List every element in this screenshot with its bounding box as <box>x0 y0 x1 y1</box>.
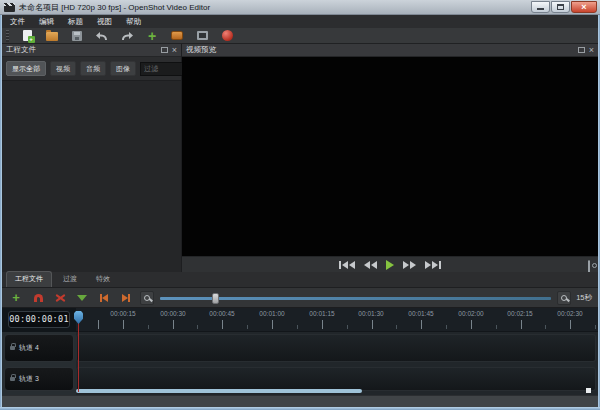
filter-video-button[interactable]: 视频 <box>50 61 76 76</box>
choose-profile-button[interactable] <box>169 29 185 43</box>
transport-controls <box>182 256 598 272</box>
openshot-window: 未命名项目 [HD 720p 30 fps] - OpenShot Video … <box>0 0 600 410</box>
play-button[interactable] <box>386 259 394 271</box>
tab-project-files[interactable]: 工程文件 <box>6 271 52 287</box>
timeline-ruler[interactable]: 00:00:00:01 00:00:15 00:00:30 00:00:45 0… <box>2 308 598 332</box>
zoom-in-button[interactable] <box>557 291 571 305</box>
menu-edit[interactable]: 编辑 <box>33 16 60 28</box>
undo-button[interactable] <box>94 29 110 43</box>
triangle-left-icon <box>342 261 348 269</box>
triangle-right-icon <box>425 261 431 269</box>
resize-grip[interactable] <box>586 388 591 393</box>
close-button[interactable]: × <box>571 1 597 13</box>
snapping-toggle-button[interactable] <box>30 290 46 306</box>
app-logo-icon <box>4 3 15 12</box>
track-4-lane[interactable] <box>76 334 596 362</box>
triangle-right-icon <box>403 261 409 269</box>
timeline-zoom-slider[interactable] <box>160 291 551 305</box>
add-track-button[interactable]: + <box>8 290 24 306</box>
jump-to-start-button[interactable] <box>339 259 355 271</box>
track-lock-icon <box>10 377 15 381</box>
ruler-label: 00:02:15 <box>507 310 532 317</box>
redo-icon <box>121 31 133 41</box>
video-preview-screen[interactable] <box>182 57 598 256</box>
rewind-button[interactable] <box>364 259 377 271</box>
playhead-timecode: 00:00:00:01 <box>8 311 70 328</box>
track-4-header[interactable]: 轨道 4 <box>4 334 74 362</box>
maximize-button[interactable] <box>551 1 570 13</box>
magnifier-plus-icon <box>561 295 567 301</box>
profile-icon <box>171 31 183 40</box>
triangle-left-icon <box>364 261 370 269</box>
window-border-left <box>0 15 2 410</box>
scissors-icon <box>55 293 66 303</box>
zoom-scale-label: 15秒 <box>576 293 592 303</box>
video-preview-title: 视频预览 <box>186 45 578 55</box>
panel-close-icon[interactable]: × <box>589 47 594 54</box>
filter-show-all-button[interactable]: 显示全部 <box>6 61 46 76</box>
new-project-icon <box>23 30 32 41</box>
add-track-plus-icon: + <box>12 292 20 304</box>
undock-icon[interactable] <box>578 47 585 53</box>
panel-close-icon[interactable]: × <box>172 47 177 54</box>
menu-help[interactable]: 帮助 <box>120 16 147 28</box>
timeline-toolbar: + 15秒 <box>2 288 598 308</box>
triangle-right-icon <box>432 261 438 269</box>
zoom-slider-handle[interactable] <box>212 293 219 304</box>
menubar: 文件 编辑 标题 视图 帮助 <box>0 15 600 28</box>
timestamp-zone: 00:00:00:01 <box>2 308 76 332</box>
project-files-title: 工程文件 <box>6 45 161 55</box>
track-3-header[interactable]: 轨道 3 <box>4 367 74 391</box>
tab-effects[interactable]: 特效 <box>88 272 118 287</box>
filter-image-button[interactable]: 图像 <box>110 61 136 76</box>
ruler-label: 00:00:30 <box>160 310 185 317</box>
timeline-horizontal-scrollbar[interactable] <box>76 389 362 393</box>
add-marker-button[interactable] <box>74 290 90 306</box>
tab-transitions[interactable]: 过渡 <box>55 272 85 287</box>
toolbar-grip[interactable] <box>6 30 9 42</box>
ruler-scale[interactable]: 00:00:15 00:00:30 00:00:45 00:01:00 00:0… <box>76 308 598 331</box>
triangle-left-icon <box>371 261 377 269</box>
ruler-label: 00:02:30 <box>557 310 582 317</box>
marker-down-arrow-icon <box>77 295 87 306</box>
ruler-label: 00:01:00 <box>259 310 284 317</box>
magnet-icon <box>34 294 43 302</box>
main-area: 工程文件 × 显示全部 视频 音频 图像 视频预览 × <box>2 44 598 272</box>
menu-view[interactable]: 视图 <box>91 16 118 28</box>
filter-audio-button[interactable]: 音频 <box>80 61 106 76</box>
previous-marker-button[interactable] <box>96 290 112 306</box>
track-3-lane[interactable] <box>76 367 596 391</box>
track-row: 轨道 4 <box>2 334 596 362</box>
save-project-button[interactable] <box>69 29 85 43</box>
undo-icon <box>96 31 108 41</box>
ruler-label: 00:01:30 <box>358 310 383 317</box>
menu-file[interactable]: 文件 <box>4 16 31 28</box>
track-label: 轨道 4 <box>19 343 39 353</box>
playhead-line <box>78 323 79 392</box>
fullscreen-button[interactable] <box>194 29 210 43</box>
menu-title[interactable]: 标题 <box>62 16 89 28</box>
export-video-button[interactable] <box>219 29 235 43</box>
filter-input[interactable] <box>140 62 184 76</box>
project-files-list[interactable] <box>2 80 181 272</box>
track-row: 轨道 3 <box>2 367 596 391</box>
jump-to-end-button[interactable] <box>425 259 441 271</box>
triangle-left-icon <box>102 294 108 302</box>
bar-icon <box>339 261 341 269</box>
open-project-button[interactable] <box>44 29 60 43</box>
new-project-button[interactable] <box>19 29 35 43</box>
fast-forward-button[interactable] <box>403 259 416 271</box>
redo-button[interactable] <box>119 29 135 43</box>
ruler-label: 00:00:45 <box>209 310 234 317</box>
import-files-button[interactable]: + <box>144 29 160 43</box>
window-controls: × <box>531 1 597 13</box>
play-icon <box>386 260 394 270</box>
project-files-panel: 工程文件 × 显示全部 视频 音频 图像 <box>2 44 182 272</box>
next-marker-button[interactable] <box>118 290 134 306</box>
razor-tool-button[interactable] <box>52 290 68 306</box>
undock-icon[interactable] <box>161 47 168 53</box>
video-preview-panel: 视频预览 × <box>182 44 598 272</box>
window-title: 未命名项目 [HD 720p 30 fps] - OpenShot Video … <box>19 2 210 13</box>
minimize-button[interactable] <box>531 1 550 13</box>
zoom-out-button[interactable] <box>140 291 154 305</box>
